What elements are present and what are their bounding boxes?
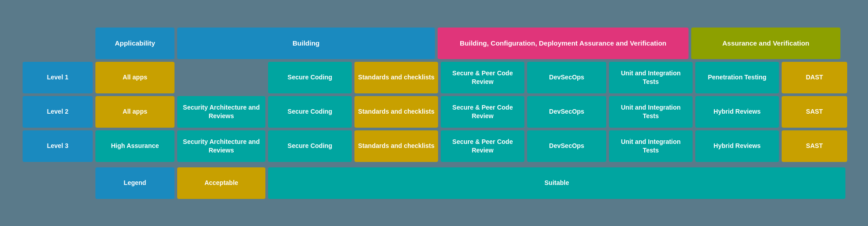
- level2-col7: Unit and Integration Tests: [609, 96, 693, 128]
- level1-col5: Secure & Peer Code Review: [441, 62, 524, 93]
- level1-col7: Unit and Integration Tests: [609, 62, 693, 93]
- header-assurance2: Assurance and Verification: [691, 28, 840, 59]
- level2-col8: Hybrid Reviews: [695, 96, 779, 128]
- level2-col5: Secure & Peer Code Review: [441, 96, 524, 128]
- level3-row: Level 3 High Assurance Security Architec…: [23, 130, 845, 162]
- level2-col4: Standards and checklists: [354, 96, 438, 128]
- level1-col6: DevSecOps: [527, 62, 606, 93]
- level3-col3: Secure Coding: [268, 130, 352, 162]
- legend-row: Legend Acceptable Suitable: [23, 167, 845, 199]
- level3-col9: SAST: [782, 130, 847, 162]
- legend-suitable: Suitable: [268, 167, 845, 199]
- level3-col5: Secure & Peer Code Review: [441, 130, 524, 162]
- legend-acceptable: Acceptable: [177, 167, 265, 199]
- level3-col1: High Assurance: [95, 130, 175, 162]
- level1-col8: Penetration Testing: [695, 62, 779, 93]
- level2-col3: Secure Coding: [268, 96, 352, 128]
- level1-col9: DAST: [782, 62, 847, 93]
- level1-col1: All apps: [95, 62, 175, 93]
- legend-label: Legend: [95, 167, 175, 199]
- level2-row: Level 2 All apps Security Architecture a…: [23, 96, 845, 128]
- level2-col6: DevSecOps: [527, 96, 606, 128]
- level1-col4: Standards and checklists: [354, 62, 438, 93]
- header-building: Building: [177, 28, 435, 59]
- level1-row: Level 1 All apps Secure Coding Standards…: [23, 62, 845, 93]
- level3-col6: DevSecOps: [527, 130, 606, 162]
- level1-col2-empty: [177, 62, 265, 93]
- level3-col4: Standards and checklists: [354, 130, 438, 162]
- level2-col1: All apps: [95, 96, 175, 128]
- legend-spacer: [23, 167, 93, 199]
- level2-col2: Security Architecture and Reviews: [177, 96, 265, 128]
- level3-col7: Unit and Integration Tests: [609, 130, 693, 162]
- main-table: Applicability Building Building, Configu…: [23, 28, 845, 199]
- level2-label: Level 2: [23, 96, 93, 128]
- level3-col8: Hybrid Reviews: [695, 130, 779, 162]
- level1-col3: Secure Coding: [268, 62, 352, 93]
- level1-label: Level 1: [23, 62, 93, 93]
- level3-label: Level 3: [23, 130, 93, 162]
- level2-col9: SAST: [782, 96, 847, 128]
- header-applicability: Applicability: [95, 28, 175, 59]
- header-assurance1: Building, Configuration, Deployment Assu…: [438, 28, 689, 59]
- level3-col2: Security Architecture and Reviews: [177, 130, 265, 162]
- header-empty: [23, 28, 93, 59]
